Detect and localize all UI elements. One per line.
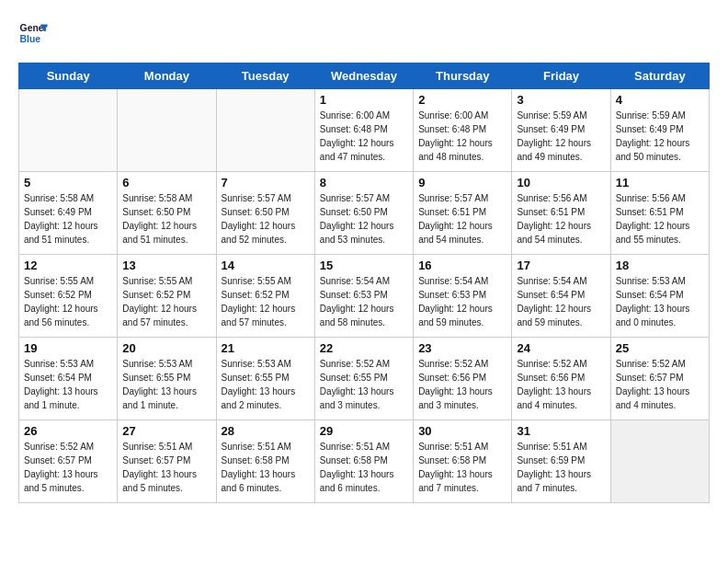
calendar-cell	[118, 89, 216, 172]
calendar-table: SundayMondayTuesdayWednesdayThursdayFrid…	[18, 63, 710, 503]
week-row-4: 19Sunrise: 5:53 AMSunset: 6:54 PMDayligh…	[19, 338, 710, 420]
calendar-cell: 13Sunrise: 5:55 AMSunset: 6:52 PMDayligh…	[118, 255, 216, 338]
day-number: 13	[122, 259, 210, 272]
cell-info: Sunrise: 5:56 AMSunset: 6:51 PMDaylight:…	[517, 191, 605, 247]
calendar-cell: 30Sunrise: 5:51 AMSunset: 6:58 PMDayligh…	[414, 420, 512, 503]
calendar-cell: 5Sunrise: 5:58 AMSunset: 6:49 PMDaylight…	[19, 172, 118, 255]
days-header-row: SundayMondayTuesdayWednesdayThursdayFrid…	[19, 63, 710, 89]
svg-text:Blue: Blue	[20, 34, 41, 44]
day-number: 5	[24, 176, 112, 190]
week-row-2: 5Sunrise: 5:58 AMSunset: 6:49 PMDaylight…	[19, 172, 710, 255]
day-number: 25	[616, 341, 704, 355]
day-header-thursday: Thursday	[414, 63, 512, 89]
day-number: 29	[320, 424, 408, 438]
calendar-cell: 2Sunrise: 6:00 AMSunset: 6:48 PMDaylight…	[414, 89, 512, 172]
calendar-cell: 11Sunrise: 5:56 AMSunset: 6:51 PMDayligh…	[610, 172, 709, 255]
cell-info: Sunrise: 5:58 AMSunset: 6:50 PMDaylight:…	[122, 191, 210, 247]
day-header-saturday: Saturday	[610, 63, 709, 89]
cell-info: Sunrise: 5:51 AMSunset: 6:58 PMDaylight:…	[418, 440, 506, 495]
day-number: 11	[616, 176, 704, 190]
cell-info: Sunrise: 5:55 AMSunset: 6:52 PMDaylight:…	[24, 274, 112, 329]
cell-info: Sunrise: 5:52 AMSunset: 6:55 PMDaylight:…	[320, 357, 408, 412]
calendar-cell: 26Sunrise: 5:52 AMSunset: 6:57 PMDayligh…	[19, 420, 118, 503]
day-number: 9	[418, 176, 506, 190]
day-number: 6	[122, 176, 210, 190]
day-number: 18	[616, 259, 704, 272]
calendar-cell: 15Sunrise: 5:54 AMSunset: 6:53 PMDayligh…	[314, 255, 413, 338]
cell-info: Sunrise: 5:57 AMSunset: 6:51 PMDaylight:…	[418, 191, 506, 247]
calendar-header: General Blue	[18, 18, 710, 48]
calendar-cell	[19, 89, 118, 172]
day-number: 20	[122, 341, 210, 355]
cell-info: Sunrise: 5:53 AMSunset: 6:55 PMDaylight:…	[222, 357, 310, 412]
cell-info: Sunrise: 5:53 AMSunset: 6:54 PMDaylight:…	[616, 274, 704, 329]
day-number: 26	[24, 424, 112, 438]
day-header-sunday: Sunday	[19, 63, 118, 89]
day-number: 14	[222, 259, 310, 272]
cell-info: Sunrise: 5:51 AMSunset: 6:59 PMDaylight:…	[517, 440, 605, 495]
calendar-cell: 6Sunrise: 5:58 AMSunset: 6:50 PMDaylight…	[118, 172, 216, 255]
calendar-cell: 9Sunrise: 5:57 AMSunset: 6:51 PMDaylight…	[414, 172, 512, 255]
cell-info: Sunrise: 5:54 AMSunset: 6:54 PMDaylight:…	[517, 274, 605, 329]
week-row-3: 12Sunrise: 5:55 AMSunset: 6:52 PMDayligh…	[19, 255, 710, 338]
day-number: 3	[517, 93, 605, 107]
calendar-cell	[610, 420, 709, 503]
day-number: 21	[222, 341, 310, 355]
cell-info: Sunrise: 5:57 AMSunset: 6:50 PMDaylight:…	[320, 191, 408, 247]
cell-info: Sunrise: 5:57 AMSunset: 6:50 PMDaylight:…	[222, 191, 310, 247]
cell-info: Sunrise: 5:55 AMSunset: 6:52 PMDaylight:…	[222, 274, 310, 329]
calendar-cell: 28Sunrise: 5:51 AMSunset: 6:58 PMDayligh…	[216, 420, 314, 503]
calendar-cell: 27Sunrise: 5:51 AMSunset: 6:57 PMDayligh…	[118, 420, 216, 503]
cell-info: Sunrise: 6:00 AMSunset: 6:48 PMDaylight:…	[320, 109, 408, 164]
cell-info: Sunrise: 5:58 AMSunset: 6:49 PMDaylight:…	[24, 191, 112, 247]
cell-info: Sunrise: 5:53 AMSunset: 6:54 PMDaylight:…	[24, 357, 112, 412]
logo: General Blue	[18, 18, 48, 48]
calendar-cell: 7Sunrise: 5:57 AMSunset: 6:50 PMDaylight…	[216, 172, 314, 255]
cell-info: Sunrise: 5:59 AMSunset: 6:49 PMDaylight:…	[616, 109, 704, 164]
cell-info: Sunrise: 5:59 AMSunset: 6:49 PMDaylight:…	[517, 109, 605, 164]
calendar-cell: 10Sunrise: 5:56 AMSunset: 6:51 PMDayligh…	[512, 172, 610, 255]
calendar-cell: 4Sunrise: 5:59 AMSunset: 6:49 PMDaylight…	[610, 89, 709, 172]
cell-info: Sunrise: 5:52 AMSunset: 6:56 PMDaylight:…	[517, 357, 605, 412]
cell-info: Sunrise: 5:54 AMSunset: 6:53 PMDaylight:…	[418, 274, 506, 329]
cell-info: Sunrise: 5:51 AMSunset: 6:57 PMDaylight:…	[122, 440, 210, 495]
calendar-cell: 17Sunrise: 5:54 AMSunset: 6:54 PMDayligh…	[512, 255, 610, 338]
day-number: 19	[24, 341, 112, 355]
day-number: 28	[222, 424, 310, 438]
logo-icon: General Blue	[18, 18, 48, 48]
cell-info: Sunrise: 5:52 AMSunset: 6:57 PMDaylight:…	[616, 357, 704, 412]
day-header-tuesday: Tuesday	[216, 63, 314, 89]
day-number: 4	[616, 93, 704, 107]
day-number: 31	[517, 424, 605, 438]
day-number: 30	[418, 424, 506, 438]
calendar-cell: 19Sunrise: 5:53 AMSunset: 6:54 PMDayligh…	[19, 338, 118, 420]
day-number: 16	[418, 259, 506, 272]
day-number: 15	[320, 259, 408, 272]
day-header-wednesday: Wednesday	[314, 63, 413, 89]
calendar-cell: 18Sunrise: 5:53 AMSunset: 6:54 PMDayligh…	[610, 255, 709, 338]
calendar-cell: 14Sunrise: 5:55 AMSunset: 6:52 PMDayligh…	[216, 255, 314, 338]
day-number: 12	[24, 259, 112, 272]
calendar-cell: 25Sunrise: 5:52 AMSunset: 6:57 PMDayligh…	[610, 338, 709, 420]
cell-info: Sunrise: 5:55 AMSunset: 6:52 PMDaylight:…	[122, 274, 210, 329]
calendar-cell	[216, 89, 314, 172]
day-number: 24	[517, 341, 605, 355]
calendar-cell: 3Sunrise: 5:59 AMSunset: 6:49 PMDaylight…	[512, 89, 610, 172]
day-number: 1	[320, 93, 408, 107]
day-number: 17	[517, 259, 605, 272]
day-number: 2	[418, 93, 506, 107]
cell-info: Sunrise: 5:52 AMSunset: 6:57 PMDaylight:…	[24, 440, 112, 495]
day-header-friday: Friday	[512, 63, 610, 89]
day-number: 7	[222, 176, 310, 190]
calendar-cell: 8Sunrise: 5:57 AMSunset: 6:50 PMDaylight…	[314, 172, 413, 255]
calendar-cell: 23Sunrise: 5:52 AMSunset: 6:56 PMDayligh…	[414, 338, 512, 420]
calendar-cell: 22Sunrise: 5:52 AMSunset: 6:55 PMDayligh…	[314, 338, 413, 420]
calendar-cell: 20Sunrise: 5:53 AMSunset: 6:55 PMDayligh…	[118, 338, 216, 420]
cell-info: Sunrise: 5:56 AMSunset: 6:51 PMDaylight:…	[616, 191, 704, 247]
cell-info: Sunrise: 5:51 AMSunset: 6:58 PMDaylight:…	[320, 440, 408, 495]
day-number: 27	[122, 424, 210, 438]
calendar-cell: 24Sunrise: 5:52 AMSunset: 6:56 PMDayligh…	[512, 338, 610, 420]
cell-info: Sunrise: 5:54 AMSunset: 6:53 PMDaylight:…	[320, 274, 408, 329]
cell-info: Sunrise: 5:52 AMSunset: 6:56 PMDaylight:…	[418, 357, 506, 412]
day-number: 10	[517, 176, 605, 190]
